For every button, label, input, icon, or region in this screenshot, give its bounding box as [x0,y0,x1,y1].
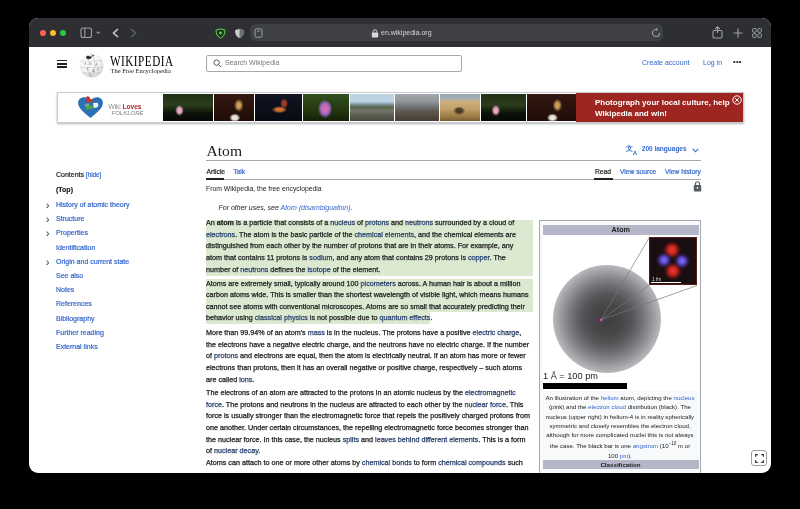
svg-text:Ξ: Ξ [97,67,99,71]
svg-text:Τ: Τ [86,68,88,72]
svg-text:Б: Б [90,61,92,65]
svg-text:Ω: Ω [89,72,91,76]
svg-text:A: A [633,149,638,156]
